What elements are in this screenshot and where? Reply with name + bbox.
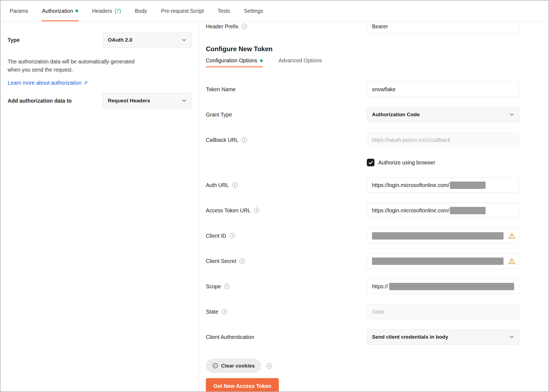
access-token-url-row: Access Token URL i https://login.microso… xyxy=(206,203,548,218)
auth-url-row: Auth URL i https://login.microsoftonline… xyxy=(206,177,548,193)
redacted-value xyxy=(450,207,486,214)
redacted-value xyxy=(450,182,486,189)
chevron-down-icon xyxy=(509,335,514,339)
info-icon[interactable]: i xyxy=(267,363,272,369)
info-icon[interactable]: i xyxy=(224,284,230,289)
client-authentication-row: Client Authentication Send client creden… xyxy=(206,329,548,345)
tab-params[interactable]: Params xyxy=(9,1,29,21)
configure-new-token-title: Configure New Token xyxy=(206,45,548,53)
tab-headers-label: Headers xyxy=(92,8,112,14)
redacted-value xyxy=(372,232,504,240)
client-secret-row: Client Secret i xyxy=(206,253,548,269)
get-new-access-token-button[interactable]: Get New Access Token xyxy=(206,378,279,391)
tab-settings[interactable]: Settings xyxy=(243,1,264,21)
scope-value: https:// xyxy=(372,283,388,290)
token-config-tabs: Configuration Options Advanced Options xyxy=(206,57,548,68)
auth-url-label: Auth URL xyxy=(206,182,229,188)
tab-configuration-options-label: Configuration Options xyxy=(206,57,257,64)
tab-headers[interactable]: Headers (7) xyxy=(91,1,122,21)
info-icon[interactable]: i xyxy=(232,182,238,188)
client-id-label: Client ID xyxy=(206,233,226,239)
tab-tests-label: Tests xyxy=(218,8,230,14)
info-icon[interactable]: i xyxy=(230,233,235,238)
callback-url-label: Callback URL xyxy=(206,137,238,143)
token-name-label: Token Name xyxy=(206,86,236,93)
tab-advanced-options-label: Advanced Options xyxy=(279,57,322,64)
scope-row: Scope i https:// xyxy=(206,279,548,294)
callback-url-input[interactable] xyxy=(367,132,519,148)
scope-label: Scope xyxy=(206,283,221,290)
learn-more-authorization-link[interactable]: Learn more about authorization ↗ xyxy=(8,80,88,86)
redacted-value xyxy=(389,283,514,290)
grant-type-label: Grant Type xyxy=(206,112,232,118)
info-icon[interactable]: i xyxy=(240,258,245,264)
access-token-url-value: https://login.microsoftonline.com/ xyxy=(372,207,449,214)
headers-count-badge: (7) xyxy=(115,8,121,14)
clear-cookies-button[interactable]: Clear cookies xyxy=(206,359,261,373)
tab-advanced-options[interactable]: Advanced Options xyxy=(279,57,322,68)
tab-authorization[interactable]: Authorization xyxy=(41,1,79,21)
checkmark-icon xyxy=(368,160,373,165)
redacted-value xyxy=(372,258,504,265)
tab-authorization-label: Authorization xyxy=(42,8,73,14)
info-icon[interactable]: i xyxy=(242,137,247,143)
chevron-down-icon xyxy=(509,112,514,117)
authorize-browser-row: Authorize using browser xyxy=(206,158,548,167)
chevron-down-icon xyxy=(182,98,187,103)
tab-body-label: Body xyxy=(135,8,147,14)
request-tab-bar: Params Authorization Headers (7) Body Pr… xyxy=(1,1,548,22)
auth-settings-panel: Type OAuth 2.0 The authorization data wi… xyxy=(1,22,199,391)
scope-input[interactable]: https:// xyxy=(367,279,519,294)
auth-description-line2: when you send the request. xyxy=(8,67,73,73)
grant-type-row: Grant Type Authorization Code xyxy=(206,107,548,122)
auth-description: The authorization data will be automatic… xyxy=(8,57,192,74)
tab-pre-request-script[interactable]: Pre-request Script xyxy=(160,1,204,21)
modified-dot-icon xyxy=(260,59,263,62)
grant-type-select[interactable]: Authorization Code xyxy=(367,107,519,122)
request-editor: Params Authorization Headers (7) Body Pr… xyxy=(0,0,549,392)
tab-body[interactable]: Body xyxy=(135,1,148,21)
add-auth-data-select[interactable]: Request Headers xyxy=(103,93,192,108)
auth-type-row: Type OAuth 2.0 xyxy=(8,32,192,48)
tab-configuration-options[interactable]: Configuration Options xyxy=(206,57,263,67)
learn-more-text: Learn more about authorization xyxy=(8,80,81,86)
client-authentication-select[interactable]: Send client credentials in body xyxy=(367,329,519,345)
header-prefix-input[interactable] xyxy=(367,22,519,34)
info-icon[interactable]: i xyxy=(254,208,259,213)
state-label: State xyxy=(206,309,218,315)
authorize-browser-checkbox[interactable] xyxy=(367,159,374,166)
tab-params-label: Params xyxy=(10,8,28,14)
add-auth-data-value: Request Headers xyxy=(108,98,150,104)
client-id-input[interactable] xyxy=(367,228,519,243)
authorize-browser-label: Authorize using browser xyxy=(378,160,435,166)
add-auth-data-label: Add authorization data to xyxy=(8,98,72,104)
info-icon[interactable]: i xyxy=(242,24,247,29)
token-name-row: Token Name xyxy=(206,82,548,97)
cookie-icon xyxy=(212,363,218,369)
tab-settings-label: Settings xyxy=(244,8,263,14)
client-authentication-value: Send client credentials in body xyxy=(372,334,448,340)
info-icon[interactable]: i xyxy=(222,309,227,314)
token-name-input[interactable] xyxy=(367,82,519,97)
client-authentication-label: Client Authentication xyxy=(206,334,254,340)
clear-cookies-row: Clear cookies i xyxy=(206,359,548,373)
tab-tests[interactable]: Tests xyxy=(217,1,231,21)
auth-type-label: Type xyxy=(8,37,20,43)
add-auth-data-row: Add authorization data to Request Header… xyxy=(8,93,192,108)
auth-url-value: https://login.microsoftonline.com/ xyxy=(372,182,449,188)
callback-url-row: Callback URL i xyxy=(206,132,548,148)
client-secret-label: Client Secret xyxy=(206,258,236,264)
auth-url-input[interactable]: https://login.microsoftonline.com/ xyxy=(367,177,519,193)
auth-description-line1: The authorization data will be automatic… xyxy=(8,59,135,65)
state-input[interactable] xyxy=(367,304,519,319)
tab-pre-request-script-label: Pre-request Script xyxy=(161,8,204,14)
auth-type-select[interactable]: OAuth 2.0 xyxy=(103,32,192,48)
external-link-arrow-icon: ↗ xyxy=(83,80,88,86)
warning-triangle-icon xyxy=(508,258,516,265)
access-token-url-input[interactable]: https://login.microsoftonline.com/ xyxy=(367,203,519,218)
client-id-row: Client ID i xyxy=(206,228,548,243)
warning-triangle-icon xyxy=(508,232,516,240)
client-secret-input[interactable] xyxy=(367,253,519,269)
header-prefix-row: Header Prefix i xyxy=(206,22,548,34)
auth-type-value: OAuth 2.0 xyxy=(108,37,132,43)
